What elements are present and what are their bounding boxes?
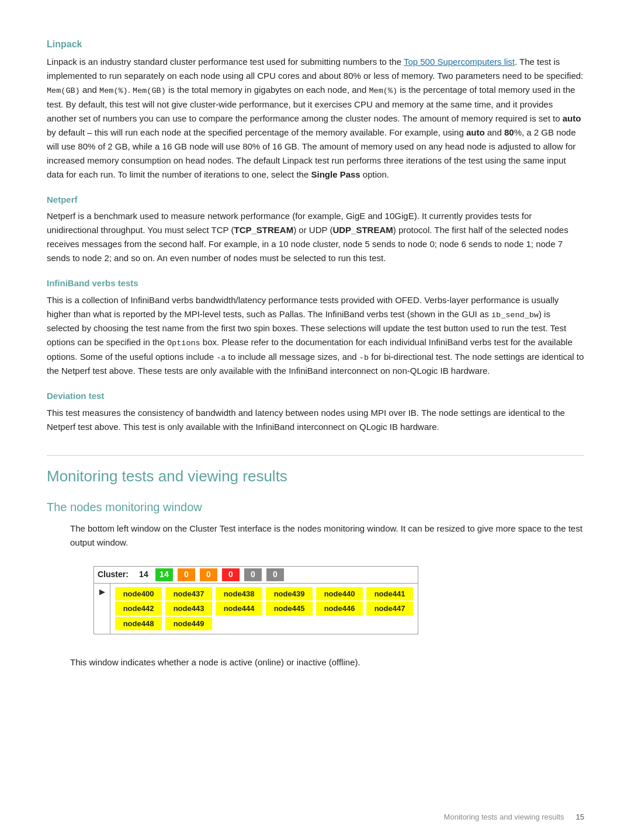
cluster-badge-green: 14 <box>155 568 173 581</box>
infiniband-para: This is a collection of InfiniBand verbs… <box>47 293 584 379</box>
node-item: node438 <box>216 587 262 601</box>
linpack-text4: is the total memory in gigabytes on each… <box>166 85 369 95</box>
linpack-text6: by default – this will run each node at … <box>47 127 466 137</box>
cluster-total: 14 <box>137 568 151 581</box>
node-item: node449 <box>165 617 212 631</box>
linpack-bold4: Single Pass <box>311 169 360 179</box>
top500-link[interactable]: Top 500 Supercomputers list <box>404 57 515 67</box>
cluster-badge-orange2: 0 <box>200 568 217 581</box>
linpack-para: Linpack is an industry standard cluster … <box>47 55 584 182</box>
linpack-text9: option. <box>360 169 389 179</box>
node-item: node437 <box>165 587 212 601</box>
node-item: node448 <box>115 617 162 631</box>
node-item: node444 <box>216 602 262 616</box>
infiniband-text1: This is a collection of InfiniBand verbs… <box>47 295 559 319</box>
node-item: node400 <box>115 587 162 601</box>
linpack-bold1: auto <box>563 113 581 123</box>
linpack-text3: and <box>80 85 99 95</box>
cluster-header-row: Cluster: 14 14 0 0 0 0 0 <box>94 567 418 584</box>
monitoring-para2: This window indicates whether a node is … <box>70 655 584 669</box>
monitoring-heading: Monitoring tests and viewing results <box>47 455 584 488</box>
cluster-label: Cluster: <box>98 568 129 581</box>
cluster-badge-grey1: 0 <box>244 568 262 581</box>
netperf-bold1: TCP_STREAM <box>234 225 293 235</box>
infiniband-code2: Options <box>167 339 200 348</box>
footer-text: Monitoring tests and viewing results <box>444 811 564 823</box>
infiniband-code4: -b <box>359 353 369 362</box>
netperf-para: Netperf is a benchmark used to measure n… <box>47 209 584 265</box>
node-item: node443 <box>165 602 212 616</box>
cluster-badge-orange1: 0 <box>178 568 195 581</box>
node-item: node439 <box>266 587 313 601</box>
node-item: node447 <box>366 602 413 616</box>
linpack-code1: Mem(GB) <box>47 86 80 95</box>
infiniband-heading: InfiniBand verbs tests <box>47 277 584 290</box>
linpack-text3b: . <box>128 85 133 95</box>
netperf-text2: ) or UDP ( <box>293 225 332 235</box>
linpack-code3: Mem(GB) <box>133 86 166 95</box>
linpack-code2: Mem(%) <box>99 86 128 95</box>
linpack-code4: Mem(%) <box>369 86 397 95</box>
svg-marker-0 <box>99 589 105 595</box>
cluster-nodes-area: node400 node437 node438 node439 node440 … <box>94 584 418 634</box>
footer-bar: Monitoring tests and viewing results 15 <box>444 811 584 823</box>
infiniband-text4: to include all message sizes, and <box>226 352 359 362</box>
monitoring-para1: The bottom left window on the Cluster Te… <box>70 522 584 550</box>
infiniband-code3: -a <box>216 353 226 362</box>
linpack-bold3: 80 <box>504 127 514 137</box>
node-item: node441 <box>366 587 413 601</box>
deviation-heading: Deviation test <box>47 390 584 403</box>
node-item: node445 <box>266 602 313 616</box>
nodes-monitoring-subheading: The nodes monitoring window <box>47 498 584 516</box>
linpack-bold2: auto <box>466 127 485 137</box>
node-item: node442 <box>115 602 162 616</box>
cluster-badge-red: 0 <box>222 568 240 581</box>
cluster-badge-grey2: 0 <box>266 568 284 581</box>
nodes-row-2: node442 node443 node444 node445 node446 … <box>115 602 413 616</box>
footer-page: 15 <box>576 811 584 823</box>
linpack-text7: and <box>485 127 504 137</box>
cluster-triangle-icon <box>94 584 110 634</box>
linpack-heading: Linpack <box>47 37 584 51</box>
nodes-row-3: node448 node449 <box>115 617 413 631</box>
infiniband-code1: ib_send_bw <box>491 311 539 320</box>
node-item: node446 <box>316 602 363 616</box>
cluster-nodes-grid: node400 node437 node438 node439 node440 … <box>110 584 418 634</box>
page: Linpack Linpack is an industry standard … <box>0 0 631 840</box>
cluster-monitor-widget: Cluster: 14 14 0 0 0 0 0 node400 <box>93 566 418 635</box>
netperf-heading: Netperf <box>47 193 584 207</box>
deviation-para: This test measures the consistency of ba… <box>47 406 584 434</box>
nodes-row-1: node400 node437 node438 node439 node440 … <box>115 587 413 601</box>
node-item: node440 <box>316 587 363 601</box>
linpack-text1: Linpack is an industry standard cluster … <box>47 57 404 67</box>
netperf-bold2: UDP_STREAM <box>332 225 393 235</box>
